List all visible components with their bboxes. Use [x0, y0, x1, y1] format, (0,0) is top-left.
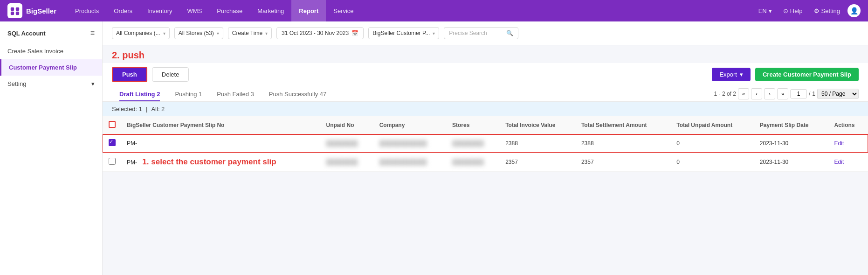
- row-action-2[interactable]: Edit: [829, 153, 868, 172]
- prev-page-button[interactable]: ‹: [751, 88, 762, 99]
- row-company-2: ████████████: [374, 153, 447, 172]
- nav-right: EN ▾ ⊙ Help ⚙ Setting 👤: [755, 4, 861, 17]
- create-customer-payment-slip-button[interactable]: Create Customer Payment Slip: [755, 68, 859, 81]
- chevron-down-icon: ▾: [265, 31, 268, 36]
- col-actions: Actions: [829, 116, 868, 134]
- sidebar-item-create-sales-invoice[interactable]: Create Sales Invoice: [0, 43, 102, 59]
- row-unpaid-no-2: ████████: [321, 153, 374, 172]
- total-pages: 1: [812, 91, 815, 97]
- row-stores-2: ████████: [447, 153, 500, 172]
- nav-products[interactable]: Products: [68, 0, 106, 21]
- page-layout: SQL Account ≡ Create Sales Invoice Custo…: [0, 21, 868, 275]
- edit-link-1[interactable]: Edit: [834, 140, 844, 147]
- nav-marketing[interactable]: Marketing: [250, 0, 291, 21]
- user-avatar[interactable]: 👤: [847, 4, 861, 17]
- col-total-unpaid: Total Unpaid Amount: [671, 116, 754, 134]
- date-range-picker[interactable]: 31 Oct 2023 - 30 Nov 2023 📅: [276, 27, 364, 39]
- settings-link[interactable]: ⚙ Setting: [810, 6, 844, 16]
- row-total-unpaid-1: 0: [671, 134, 754, 153]
- table-container: BigSeller Customer Payment Slip No Unpai…: [103, 116, 868, 172]
- row-checkbox-2[interactable]: [109, 158, 116, 165]
- next-page-button[interactable]: ›: [764, 88, 775, 99]
- bigseller-filter[interactable]: BigSeller Customer P... ▾: [368, 27, 439, 39]
- stores-filter[interactable]: All Stores (53) ▾: [174, 27, 223, 39]
- nav-report[interactable]: Report: [291, 0, 326, 21]
- page-size-select[interactable]: 50 / Page 100 / Page: [817, 89, 859, 99]
- sidebar-item-setting[interactable]: Setting ▾: [0, 76, 102, 92]
- tab-draft-listing[interactable]: Draft Listing 2: [112, 86, 167, 101]
- header-checkbox[interactable]: [109, 121, 116, 128]
- table-row: PM- 1. select the customer payment slip …: [103, 153, 868, 172]
- tabs-left: Draft Listing 2 Pushing 1 Push Failed 3 …: [112, 86, 334, 101]
- table-header-row: BigSeller Customer Payment Slip No Unpai…: [103, 116, 868, 134]
- annotation-push: 2. push: [103, 45, 868, 63]
- header-checkbox-cell: [103, 116, 121, 134]
- row-stores-1: ████████: [447, 134, 500, 153]
- col-company: Company: [374, 116, 447, 134]
- svg-rect-1: [16, 7, 19, 11]
- edit-link-2[interactable]: Edit: [834, 159, 844, 165]
- logo[interactable]: BigSeller: [7, 3, 56, 18]
- time-filter[interactable]: Create Time ▾: [228, 27, 272, 39]
- delete-button[interactable]: Delete: [152, 67, 189, 82]
- row-total-invoice-2: 2357: [500, 153, 576, 172]
- selected-count: Selected: 1: [112, 106, 142, 113]
- export-button[interactable]: Export ▾: [712, 68, 751, 81]
- row-action-1[interactable]: Edit: [829, 134, 868, 153]
- top-navigation: BigSeller Products Orders Inventory WMS …: [0, 0, 868, 21]
- company-filter[interactable]: All Companies (... ▾: [112, 27, 170, 39]
- main-content: All Companies (... ▾ All Stores (53) ▾ C…: [103, 21, 868, 275]
- tab-push-successfully[interactable]: Push Successfully 47: [262, 86, 334, 101]
- row-total-settlement-2: 2357: [576, 153, 671, 172]
- row-checkbox-cell-1[interactable]: [103, 134, 121, 153]
- sidebar-header: SQL Account ≡: [0, 25, 102, 43]
- sidebar-menu-icon[interactable]: ≡: [90, 29, 95, 37]
- all-count: All: 2: [151, 106, 165, 113]
- row-payment-date-2: 2023-11-30: [754, 153, 829, 172]
- chevron-down-icon: ▾: [163, 31, 165, 36]
- col-payment-date: Payment Slip Date: [754, 116, 829, 134]
- row-slip-no-2: PM- 1. select the customer payment slip: [121, 153, 321, 172]
- nav-purchase[interactable]: Purchase: [209, 0, 250, 21]
- svg-rect-3: [16, 12, 19, 15]
- page-input[interactable]: [790, 89, 807, 99]
- chevron-down-icon: ▾: [217, 31, 219, 36]
- col-total-invoice: Total Invoice Value: [500, 116, 576, 134]
- last-page-button[interactable]: »: [777, 88, 788, 99]
- pagination-range: 1 - 2 of 2: [714, 91, 736, 97]
- tab-push-failed[interactable]: Push Failed 3: [209, 86, 262, 101]
- first-page-button[interactable]: «: [738, 88, 749, 99]
- row-checkbox-1[interactable]: [109, 139, 116, 146]
- push-button[interactable]: Push: [112, 67, 147, 82]
- help-link[interactable]: ⊙ Help: [779, 6, 806, 16]
- chevron-down-icon: ▾: [433, 31, 435, 36]
- col-stores: Stores: [447, 116, 500, 134]
- row-slip-no-1: PM-: [121, 134, 321, 153]
- sidebar-title: SQL Account: [7, 30, 46, 37]
- sidebar-item-customer-payment-slip[interactable]: Customer Payment Slip: [0, 59, 102, 76]
- payment-slip-table: BigSeller Customer Payment Slip No Unpai…: [103, 116, 868, 172]
- nav-inventory[interactable]: Inventory: [140, 0, 179, 21]
- selected-info: Selected: 1 | All: 2: [103, 102, 868, 116]
- nav-service[interactable]: Service: [326, 0, 361, 21]
- row-unpaid-no-1: ████████: [321, 134, 374, 153]
- table-row: PM- ████████ ████████████ ████████ 2388 …: [103, 134, 868, 153]
- nav-orders[interactable]: Orders: [106, 0, 140, 21]
- col-unpaid-no: Unpaid No: [321, 116, 374, 134]
- logo-text: BigSeller: [26, 7, 56, 15]
- tab-pushing[interactable]: Pushing 1: [167, 86, 209, 101]
- filter-bar: All Companies (... ▾ All Stores (53) ▾ C…: [103, 21, 868, 45]
- row-total-settlement-1: 2388: [576, 134, 671, 153]
- actions-bar: Push Delete Export ▾ Create Customer Pay…: [103, 63, 868, 86]
- row-checkbox-cell-2[interactable]: [103, 153, 121, 172]
- col-total-settlement: Total Settlement Amount: [576, 116, 671, 134]
- nav-items: Products Orders Inventory WMS Purchase M…: [68, 0, 755, 21]
- lang-selector[interactable]: EN ▾: [755, 6, 776, 16]
- tabs-bar: Draft Listing 2 Pushing 1 Push Failed 3 …: [103, 86, 868, 102]
- search-icon: 🔍: [506, 30, 513, 36]
- calendar-icon: 📅: [351, 30, 358, 36]
- precise-search-box[interactable]: Precise Search 🔍: [444, 27, 518, 39]
- nav-wms[interactable]: WMS: [180, 0, 210, 21]
- row-total-unpaid-2: 0: [671, 153, 754, 172]
- row-company-1: ████████████: [374, 134, 447, 153]
